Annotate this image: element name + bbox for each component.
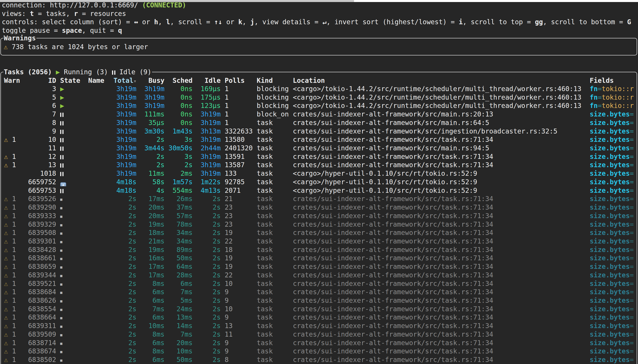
cell-gap <box>586 237 590 246</box>
field-equals: = <box>630 296 634 304</box>
table-row[interactable]: ⚠ 16839509■2s8ms7ms2s11taskcrates/sui-in… <box>0 330 638 339</box>
table-row[interactable]: ⚠ 1123h19m2s3s3h19m13591taskcrates/sui-i… <box>0 152 638 161</box>
table-row[interactable]: ⚠ 1133h19m2s2s3h19m13587taskcrates/sui-i… <box>0 161 638 169</box>
column-header-idle[interactable]: Idle <box>197 76 221 85</box>
cell-gap <box>253 93 257 102</box>
table-row[interactable]: ⚠ 16839301■2s21ms34ms2s22taskcrates/sui-… <box>0 237 638 246</box>
cell-warn <box>4 169 28 178</box>
field-equals: = <box>630 127 634 135</box>
table-row[interactable]: 6▶3h19m3h19m0ns123µs1blocking<cargo>/tok… <box>0 102 638 110</box>
cell-total: 2s <box>112 271 136 280</box>
cell-gap <box>192 135 197 144</box>
cell-polls: 92785 <box>225 178 253 186</box>
warning-icon: ⚠ <box>4 229 8 236</box>
column-header-id[interactable]: ID <box>28 76 56 85</box>
table-row[interactable]: 3▶3h19m3h19m0ns169µs1blocking<cargo>/tok… <box>0 84 638 93</box>
table-row[interactable]: 66597534m18s4s554ms4m13s2071task<cargo>/… <box>0 186 638 195</box>
column-header-polls[interactable]: Polls <box>225 76 253 85</box>
column-header-location[interactable]: Location <box>293 76 586 85</box>
cell-kind: task <box>257 186 293 195</box>
cell-gap <box>192 305 197 313</box>
table-row[interactable]: 10183h19m11ms2ms3h19m133task<cargo>/hype… <box>0 169 638 178</box>
field-key: size.bytes <box>590 246 630 254</box>
cell-gap <box>221 313 225 322</box>
table-row[interactable]: ⚠ 16839526■2s17ms26ms2s21taskcrates/sui-… <box>0 194 638 203</box>
column-header-warn[interactable]: Warn <box>4 76 28 85</box>
views-line-segment: r <box>74 10 78 18</box>
table-row[interactable]: ⚠ 16838661■2s16ms50ms2s19taskcrates/sui-… <box>0 254 638 262</box>
cell-busy: 19ms <box>140 246 164 254</box>
cell-gap <box>56 194 60 203</box>
column-gap <box>586 76 590 85</box>
field-key: size.bytes <box>590 220 630 228</box>
table-row[interactable]: ⚠ 16839290■2s20ms37ms2s23taskcrates/sui-… <box>0 203 638 212</box>
table-row[interactable]: 113h19m3m44s30m50s2h44m2401320taskcrates… <box>0 144 638 152</box>
column-header-name[interactable]: Name <box>88 76 112 85</box>
cell-idle: 2s <box>197 356 221 364</box>
cell-kind: task <box>257 178 293 186</box>
cell-gap <box>221 93 225 102</box>
column-header-total[interactable]: Total▿ <box>112 76 136 85</box>
cell-fields: size.bytes= <box>590 262 638 271</box>
cell-gap <box>164 288 168 296</box>
warn-count: 1 <box>8 305 16 313</box>
cell-idle: 3h19m <box>197 118 221 127</box>
table-row[interactable]: 73h19m111ms0ns3h19m1block_oncrates/sui-i… <box>0 110 638 118</box>
cell-total: 2s <box>112 228 136 237</box>
cell-gap <box>192 194 197 203</box>
table-row[interactable]: ⚠ 16838428■2s19ms89ms2s18taskcrates/sui-… <box>0 246 638 254</box>
field-equals: = <box>630 347 634 355</box>
cell-gap <box>136 313 140 322</box>
cell-state: ■ <box>60 262 88 271</box>
cell-gap <box>221 305 225 313</box>
table-row[interactable]: ⚠ 16838626■2s6ms5ms2s9taskcrates/sui-ind… <box>0 296 638 305</box>
table-row[interactable]: ⚠ 16839311■2s10ms14ms2s13taskcrates/sui-… <box>0 322 638 330</box>
cell-task-id: 1018 <box>28 169 56 178</box>
table-row[interactable]: ⚠ 16838554■2s7ms24ms2s10taskcrates/sui-i… <box>0 305 638 313</box>
cell-polls: 18 <box>225 246 253 254</box>
column-header-state[interactable]: State <box>60 76 88 85</box>
warn-count: 1 <box>8 280 16 288</box>
table-row[interactable]: ⚠ 16838659■2s17ms64ms2s19taskcrates/sui-… <box>0 262 638 271</box>
cell-task-id: 12 <box>28 152 56 161</box>
column-header-kind[interactable]: Kind <box>257 76 293 85</box>
cell-gap <box>56 102 60 110</box>
column-header-fields[interactable]: Fields <box>590 76 638 85</box>
cell-sched: 1m57s <box>168 178 192 186</box>
table-row[interactable]: 83h19m35µs0ns3h19m1taskcrates/sui-indexe… <box>0 118 638 127</box>
cell-gap <box>221 212 225 220</box>
column-header-sched[interactable]: Sched <box>168 76 192 85</box>
table-row[interactable]: ⚠ 16839508■2s18ms34ms2s19taskcrates/sui-… <box>0 228 638 237</box>
table-row[interactable]: ⚠ 16839344■2s17ms28ms2s22taskcrates/sui-… <box>0 271 638 280</box>
cell-gap <box>136 135 140 144</box>
table-row[interactable]: ⚠ 16838664■2s6ms13ms2s9taskcrates/sui-in… <box>0 313 638 322</box>
cell-gap <box>136 118 140 127</box>
cell-warn: ⚠ 1 <box>4 313 28 322</box>
table-row[interactable]: ⚠ 1103h19m2s3s3h19m13580taskcrates/sui-i… <box>0 135 638 144</box>
cell-gap <box>221 288 225 296</box>
cell-gap <box>253 127 257 136</box>
table-row[interactable]: 6659752▲▲4m18s58s1m57s1m22s92785task<car… <box>0 178 638 186</box>
column-header-busy[interactable]: Busy <box>140 76 164 85</box>
table-row[interactable]: 5▶3h19m3h19m0ns175µs1blocking<cargo>/tok… <box>0 93 638 102</box>
field-equals: = <box>630 339 634 347</box>
table-row[interactable]: ⚠ 16838674■2s8ms10ms2s9taskcrates/sui-in… <box>0 347 638 356</box>
table-row[interactable]: ⚠ 16838714■2s6ms20ms2s9taskcrates/sui-in… <box>0 339 638 347</box>
table-row[interactable]: ⚠ 16839521■2s8ms6ms2s10taskcrates/sui-in… <box>0 280 638 288</box>
table-row[interactable]: ⚠ 16838502■2s6ms50ms2s8taskcrates/sui-in… <box>0 356 638 364</box>
cell-gap <box>56 305 60 313</box>
cell-gap <box>253 305 257 313</box>
cell-task-id: 6839344 <box>28 271 56 280</box>
table-row[interactable]: ⚠ 16839329■2s19ms78ms2s23taskcrates/sui-… <box>0 220 638 229</box>
field-equals: = <box>630 195 634 203</box>
cell-task-id: 3 <box>28 84 56 93</box>
table-row[interactable]: 93h19m3m30s1m43s3h13m3322633taskcrates/s… <box>0 127 638 136</box>
cell-polls: 10 <box>225 305 253 313</box>
title-spacer-1 <box>52 68 56 76</box>
table-row[interactable]: ⚠ 16839333■2s20ms57ms2s23taskcrates/sui-… <box>0 212 638 220</box>
table-row[interactable]: ⚠ 16838684■2s6ms7ms2s9taskcrates/sui-ind… <box>0 288 638 296</box>
cell-kind: task <box>257 262 293 271</box>
cell-task-id: 6838664 <box>28 313 56 322</box>
cell-gap <box>164 237 168 246</box>
cell-busy: 3h19m <box>140 93 164 102</box>
